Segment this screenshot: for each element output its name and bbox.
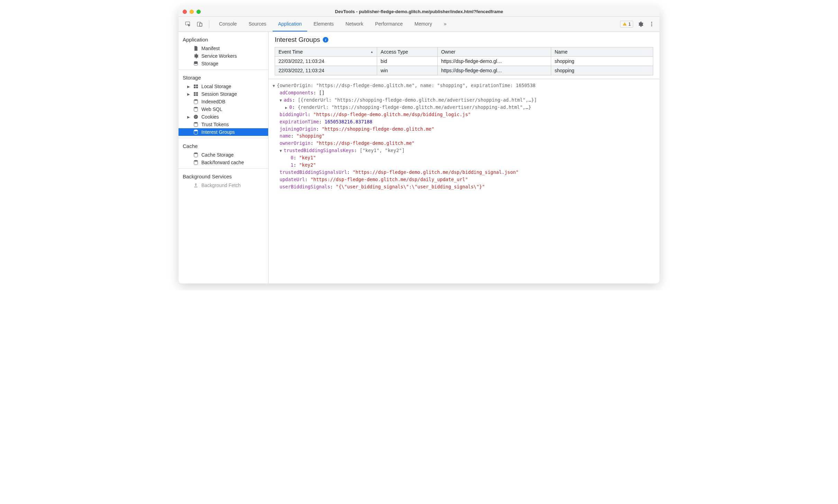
sidebar-item-label: Session Storage <box>201 91 237 97</box>
more-menu-button[interactable] <box>648 20 655 28</box>
col-access-type[interactable]: Access Type <box>377 47 438 57</box>
svg-point-20 <box>195 117 196 118</box>
sidebar-item-label: Cache Storage <box>201 152 234 158</box>
svg-rect-12 <box>196 92 198 94</box>
events-table-wrap: Event Time▲ Access Type Owner Name 22/03… <box>268 47 659 79</box>
sidebar-item-websql[interactable]: ▶ Web SQL <box>179 105 268 113</box>
sidebar-item-interest-groups[interactable]: ▶ Interest Groups <box>179 128 268 136</box>
svg-point-22 <box>194 130 198 131</box>
prop-updateUrl[interactable]: updateUrl: "https://dsp-fledge-demo.glit… <box>273 176 655 183</box>
close-window-button[interactable] <box>183 10 187 14</box>
tab-elements[interactable]: Elements <box>308 17 339 31</box>
sidebar-item-label: Manifest <box>201 46 220 51</box>
tab-overflow[interactable]: » <box>438 17 452 31</box>
prop-name[interactable]: name: "shopping" <box>273 132 655 140</box>
table-icon <box>193 84 199 89</box>
prop-key1[interactable]: 1: "key2" <box>273 161 655 169</box>
expand-icon[interactable]: ▶ <box>187 92 190 96</box>
table-row[interactable]: 22/03/2022, 11:03:24 bid https://dsp-fle… <box>275 57 653 66</box>
cell-owner: https://dsp-fledge-demo.gl… <box>437 66 551 75</box>
expand-icon[interactable]: ▶ <box>187 85 190 88</box>
sidebar-item-label: Back/forward cache <box>201 160 244 165</box>
main-toolbar: Console Sources Application Elements Net… <box>179 17 659 32</box>
prop-trustedBiddingSignalsKeys[interactable]: ▼trustedBiddingSignalsKeys: ["key1", "ke… <box>273 147 655 154</box>
col-name[interactable]: Name <box>551 47 653 57</box>
svg-rect-0 <box>185 22 190 25</box>
sidebar-item-manifest[interactable]: ▶ Manifest <box>179 45 268 52</box>
tab-application[interactable]: Application <box>273 17 308 31</box>
prop-key0[interactable]: 0: "key1" <box>273 154 655 161</box>
traffic-lights <box>183 10 201 14</box>
cell-name: shopping <box>551 66 653 75</box>
sidebar-item-cache-storage[interactable]: ▶ Cache Storage <box>179 151 268 159</box>
sidebar-item-label: Cookies <box>201 114 219 120</box>
col-event-time[interactable]: Event Time▲ <box>275 47 377 57</box>
events-table[interactable]: Event Time▲ Access Type Owner Name 22/03… <box>275 47 653 75</box>
settings-button[interactable] <box>637 20 644 28</box>
table-row[interactable]: 22/03/2022, 11:03:24 win https://dsp-fle… <box>275 66 653 75</box>
tab-network[interactable]: Network <box>340 17 369 31</box>
tab-sources[interactable]: Sources <box>243 17 272 31</box>
pane-title: Interest Groups <box>275 36 320 44</box>
prop-userBiddingSignals[interactable]: userBiddingSignals: "{\"user_bidding_sig… <box>273 183 655 190</box>
warnings-count: 1 <box>628 22 631 27</box>
sidebar-item-background-fetch[interactable]: ▶ Background Fetch <box>179 181 268 189</box>
prop-adComponents[interactable]: adComponents: [] <box>273 89 655 96</box>
prop-expirationTime[interactable]: expirationTime: 1650538216.837188 <box>273 118 655 125</box>
sidebar-item-bf-cache[interactable]: ▶ Back/forward cache <box>179 159 268 166</box>
prop-ads[interactable]: ▼ads: [{renderUrl: "https://shopping-fle… <box>273 96 655 104</box>
svg-point-18 <box>195 116 195 116</box>
sidebar-item-storage-overview[interactable]: ▶ Storage <box>179 60 268 67</box>
svg-point-19 <box>196 116 197 117</box>
col-label: Name <box>555 49 567 55</box>
toolbar-right: 1 <box>620 20 655 28</box>
sidebar-item-session-storage[interactable]: ▶ Session Storage <box>179 90 268 98</box>
tab-performance[interactable]: Performance <box>370 17 408 31</box>
svg-point-16 <box>194 107 198 108</box>
sidebar-item-cookies[interactable]: ▶ Cookies <box>179 113 268 121</box>
tab-memory[interactable]: Memory <box>409 17 438 31</box>
object-inspector[interactable]: ▼{ownerOrigin: "https://dsp-fledge-demo.… <box>268 79 659 283</box>
application-sidebar[interactable]: Application ▶ Manifest ▶ Service Workers… <box>179 32 268 283</box>
section-title-background: Background Services <box>179 171 268 181</box>
maximize-window-button[interactable] <box>197 10 201 14</box>
prop-ownerOrigin[interactable]: ownerOrigin: "https://dsp-fledge-demo.gl… <box>273 140 655 147</box>
sidebar-item-label: Local Storage <box>201 84 231 89</box>
tab-console[interactable]: Console <box>213 17 242 31</box>
prop-trustedBiddingSignalsUrl[interactable]: trustedBiddingSignalsUrl: "https://dsp-f… <box>273 169 655 176</box>
col-label: Access Type <box>381 49 408 55</box>
cell-time: 22/03/2022, 11:03:24 <box>275 66 377 75</box>
main-split: Application ▶ Manifest ▶ Service Workers… <box>179 32 659 283</box>
prop-ads-0[interactable]: ▶0: {renderUrl: "https://shopping-fledge… <box>273 104 655 111</box>
storage-icon <box>193 129 199 135</box>
section-title-application: Application <box>179 34 268 45</box>
minimize-window-button[interactable] <box>190 10 194 14</box>
col-owner[interactable]: Owner <box>437 47 551 57</box>
obj-summary[interactable]: ▼{ownerOrigin: "https://dsp-fledge-demo.… <box>273 82 655 89</box>
sidebar-item-service-workers[interactable]: ▶ Service Workers <box>179 52 268 60</box>
window-title: DevTools - publisher-fledge-demo.glitch.… <box>179 9 659 14</box>
sidebar-item-label: Trust Tokens <box>201 122 229 127</box>
svg-point-21 <box>194 122 198 123</box>
cell-type: win <box>377 66 438 75</box>
sidebar-item-trust-tokens[interactable]: ▶ Trust Tokens <box>179 121 268 128</box>
info-icon[interactable]: i <box>323 37 328 43</box>
section-title-storage: Storage <box>179 72 268 83</box>
inspect-element-button[interactable] <box>183 19 193 29</box>
prop-joiningOrigin[interactable]: joiningOrigin: "https://shopping-fledge-… <box>273 125 655 133</box>
table-header-row: Event Time▲ Access Type Owner Name <box>275 47 653 57</box>
svg-rect-4 <box>625 24 625 25</box>
cell-owner: https://dsp-fledge-demo.gl… <box>437 57 551 66</box>
panel-content: Interest Groups i Event Time▲ Access Typ… <box>268 32 659 283</box>
warnings-badge[interactable]: 1 <box>620 21 633 28</box>
devtools-window: DevTools - publisher-fledge-demo.glitch.… <box>179 7 659 283</box>
storage-icon <box>193 61 199 66</box>
sidebar-item-local-storage[interactable]: ▶ Local Storage <box>179 83 268 90</box>
sidebar-item-label: Background Fetch <box>201 183 241 188</box>
sidebar-item-indexeddb[interactable]: ▶ IndexedDB <box>179 98 268 105</box>
expand-icon[interactable]: ▶ <box>187 115 190 119</box>
device-toggle-button[interactable] <box>194 19 205 29</box>
sidebar-item-label: Interest Groups <box>201 129 235 135</box>
prop-biddingUrl[interactable]: biddingUrl: "https://dsp-fledge-demo.gli… <box>273 111 655 118</box>
sort-asc-icon: ▲ <box>370 50 373 54</box>
